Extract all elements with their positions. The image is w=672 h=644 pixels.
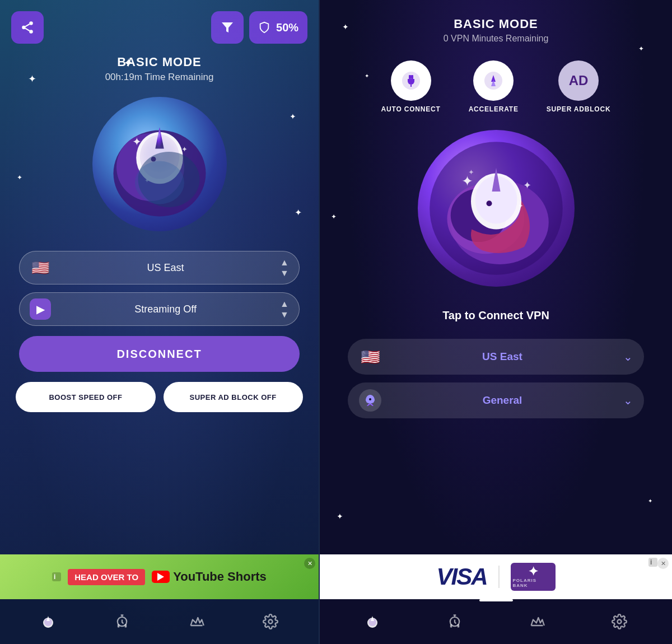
svg-rect-24 [125,624,127,628]
polaris-text: POLARIS BANK [513,578,553,588]
ad-head-over-text: HEAD OVER TO [68,569,145,585]
right-general-icon [359,389,381,412]
left-panel: ✦ ✦ ✦ ✦ ✦ 50% BA [0,0,319,644]
nav-timer-left[interactable] [108,608,136,636]
right-us-flag: 🇺🇸 [359,346,381,368]
streaming-selector[interactable]: ▶ Streaming Off ▲ ▼ [19,292,300,326]
general-chevron: ⌄ [623,394,633,407]
star-r3: ✦ [365,73,369,79]
vpn-percent-button[interactable]: 50% [249,11,307,44]
disconnect-label: DISCONNECT [116,348,202,361]
svg-point-0 [29,21,33,25]
streaming-label: Streaming Off [58,304,273,315]
settings-icon-left [263,614,278,629]
svg-rect-52 [458,624,460,628]
svg-point-53 [618,620,622,624]
star-r1: ✦ [342,22,349,31]
accelerate-item[interactable]: ACCELERATE [469,60,519,113]
mode-subtitle-left: 00h:19m Time Remaining [105,72,214,83]
unicorn-nav-icon-left [40,613,57,630]
nav-timer-right[interactable] [441,608,469,636]
selectors-right: 🇺🇸 US East ⌄ General ⌄ [348,339,643,418]
selectors-left: 🇺🇸 US East ▲ ▼ ▶ Streaming Off ▲ ▼ [19,251,300,326]
accelerate-icon [483,71,503,91]
super-adblock-item[interactable]: AD SUPER ADBLOCK [547,60,611,113]
ad-info-svg: i [52,572,61,581]
top-bar-left: 50% [0,0,319,49]
timer-icon-left [114,614,130,629]
nav-unicorn-left[interactable] [34,608,62,636]
crown-icon-left [189,614,204,629]
svg-point-40 [486,200,492,206]
svg-point-1 [22,26,26,30]
svg-text:✦: ✦ [181,145,187,153]
location-selector[interactable]: 🇺🇸 US East ▲ ▼ [19,251,300,284]
ad-text: AD [569,73,589,88]
svg-line-3 [25,29,29,31]
share-button[interactable] [11,11,44,44]
tap-connect-label: Tap to Connect VPN [442,309,549,322]
svg-rect-28 [411,75,413,79]
nav-settings-right[interactable] [605,608,633,636]
mode-header-right: BASIC MODE 0 VPN Minutes Remaining [444,17,549,44]
streaming-icon: ▶ [30,298,51,320]
accelerate-label: ACCELERATE [469,105,519,113]
unicorn-nav-icon-right [364,613,381,630]
boost-speed-button[interactable]: BOOST SPEED OFF [16,382,155,412]
us-flag: 🇺🇸 [30,257,51,278]
youtube-icon [152,571,170,583]
ad-youtube-logo: YouTube Shorts [152,570,267,584]
unicorn-svg-left: ✦ ✦ ✦ [98,102,221,226]
mode-title-right: BASIC MODE [444,17,549,31]
svg-text:✦: ✦ [517,202,523,210]
nav-crown-right[interactable] [523,608,551,636]
shield-percent: 50% [276,21,298,34]
ad-close-right[interactable]: ✕ [657,558,669,569]
nav-settings-left[interactable] [256,608,284,636]
filter-button[interactable] [211,11,244,44]
unicorn-circle-right: ✦ ✦ ✦ ✦ [418,130,575,287]
star-4: ✦ [17,174,22,181]
svg-rect-27 [409,75,411,79]
ad-brand-text: YouTube Shorts [173,570,267,584]
super-ad-block-button[interactable]: SUPER AD BLOCK OFF [164,382,303,412]
bottom-nav-right [320,599,672,644]
unicorn-tap-button[interactable]: ✦ ✦ ✦ ✦ [412,124,580,292]
svg-point-25 [268,620,272,624]
timer-icon-right [447,614,463,629]
svg-rect-29 [410,85,412,87]
top-right-buttons: 50% [211,11,307,44]
disconnect-button[interactable]: DISCONNECT [19,336,300,372]
nav-unicorn-right[interactable] [358,608,386,636]
crown-icon-right [529,614,545,629]
svg-text:✦: ✦ [132,136,141,148]
unicorn-svg-right: ✦ ✦ ✦ ✦ [426,138,566,278]
star-3: ✦ [290,112,296,121]
star-r6: ✦ [331,213,337,221]
star-r5: ✦ [648,498,652,504]
nav-crown-left[interactable] [183,608,211,636]
svg-text:✦: ✦ [468,169,474,176]
ad-info-svg-right: i [648,558,657,567]
svg-point-2 [29,30,33,34]
shield-icon [258,21,270,34]
auto-connect-circle [391,60,431,101]
location-label: US East [58,262,273,274]
super-adblock-circle: AD [558,60,599,101]
right-general-selector[interactable]: General ⌄ [348,382,643,418]
auto-connect-item[interactable]: AUTO CONNECT [381,60,441,113]
ad-close-left[interactable]: ✕ [304,558,315,569]
polaris-icon: ✦ [528,566,538,578]
right-general-label: General [389,394,615,407]
visa-logo: VISA [437,563,487,590]
svg-point-17 [135,161,184,204]
boost-row: BOOST SPEED OFF SUPER AD BLOCK OFF [16,382,302,412]
right-location-selector[interactable]: 🇺🇸 US East ⌄ [348,339,643,375]
svg-line-4 [25,24,29,26]
right-panel: ✦ ✦ ✦ ✦ ✦ ✦ BASIC MODE 0 VPN Minutes Rem… [320,0,672,644]
unicorn-logo-left[interactable]: ✦ ✦ ✦ [87,91,232,237]
location-chevron: ⌄ [623,350,633,363]
ad-divider [498,566,500,588]
star-5: ✦ [295,207,302,218]
polaris-logo: ✦ POLARIS BANK [511,563,556,591]
